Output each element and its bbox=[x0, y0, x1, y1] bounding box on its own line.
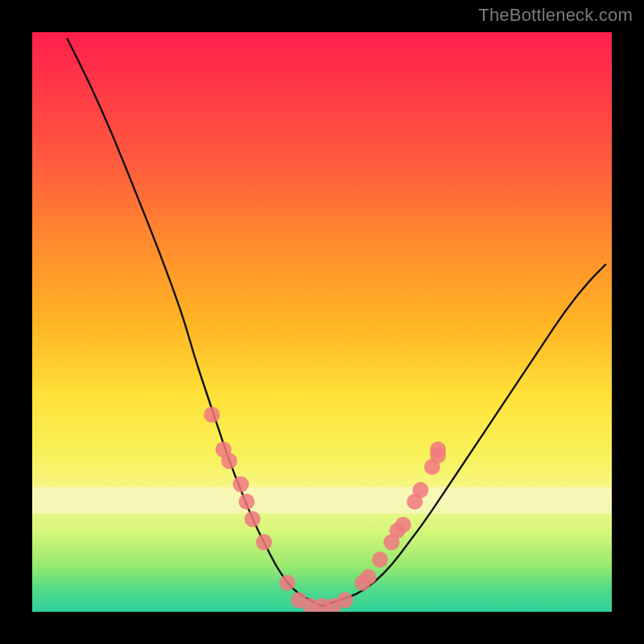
chart-stage: TheBottleneck.com bbox=[0, 0, 644, 644]
marker-point bbox=[238, 493, 254, 510]
marker-point bbox=[337, 592, 353, 609]
marker-point bbox=[395, 517, 411, 533]
marker-point bbox=[361, 569, 377, 585]
marker-point bbox=[233, 477, 249, 493]
curve-layer bbox=[32, 32, 612, 612]
marker-point bbox=[256, 535, 272, 551]
marker-point bbox=[204, 407, 220, 423]
marker-point bbox=[279, 575, 295, 591]
watermark-text: TheBottleneck.com bbox=[478, 5, 633, 26]
marker-point bbox=[430, 441, 446, 457]
curve-left-branch bbox=[67, 38, 322, 606]
plot-area bbox=[32, 32, 612, 612]
marker-point bbox=[221, 453, 237, 469]
marker-point bbox=[245, 511, 261, 527]
marker-point bbox=[372, 551, 388, 568]
curve-right-branch bbox=[322, 264, 606, 606]
marker-point bbox=[412, 482, 428, 498]
